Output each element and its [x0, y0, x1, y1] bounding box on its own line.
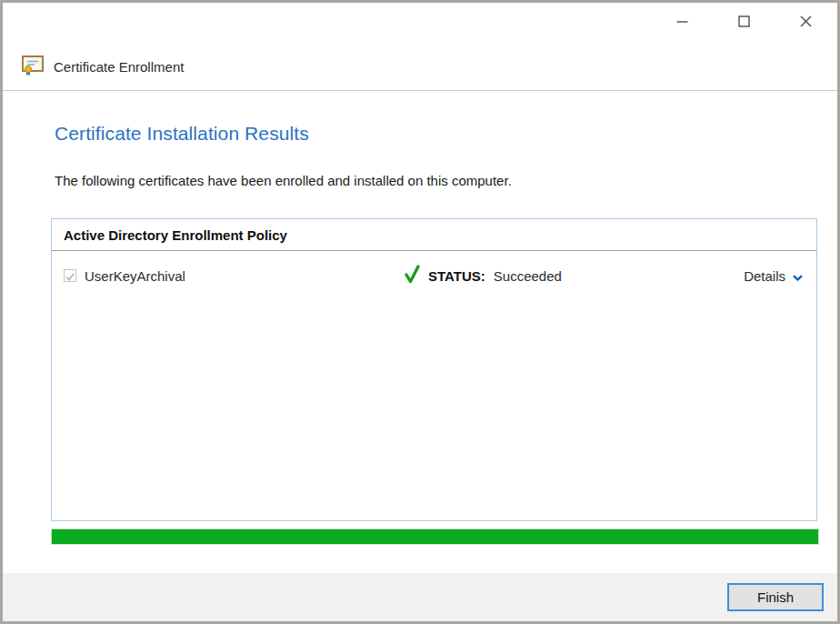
wizard-page: Certificate Installation Results The fol… — [3, 91, 837, 573]
details-label: Details — [744, 268, 785, 284]
details-toggle[interactable]: Details — [744, 268, 803, 284]
progress-bar — [51, 528, 819, 545]
certificate-checkbox[interactable] — [64, 269, 76, 282]
maximize-button[interactable] — [732, 11, 755, 35]
enrollment-policy-panel: Active Directory Enrollment Policy UserK… — [51, 218, 817, 521]
status-label: STATUS: — [428, 268, 485, 284]
panel-title: Active Directory Enrollment Policy — [52, 219, 816, 251]
certificate-enrollment-window: Certificate Enrollment Certificate Insta… — [0, 0, 840, 624]
chevron-down-icon — [793, 268, 803, 284]
certificate-row: UserKeyArchival STATUS: Succeeded Detail… — [52, 251, 816, 287]
status-value: Succeeded — [494, 268, 562, 284]
close-icon — [800, 15, 812, 30]
finish-button[interactable]: Finish — [727, 583, 824, 611]
certificate-name: UserKeyArchival — [85, 268, 405, 284]
minimize-button[interactable] — [670, 11, 694, 35]
app-header: Certificate Enrollment — [3, 43, 837, 91]
checkbox-check-icon — [65, 268, 75, 284]
success-check-icon — [405, 265, 420, 287]
certificate-icon — [22, 55, 44, 79]
app-title: Certificate Enrollment — [54, 59, 184, 75]
status-cluster: STATUS: Succeeded — [405, 265, 562, 287]
page-description: The following certificates have been enr… — [55, 173, 815, 188]
minimize-icon — [676, 15, 688, 30]
progress-bar-fill — [52, 529, 818, 544]
page-title: Certificate Installation Results — [55, 123, 815, 145]
footer: Finish — [3, 573, 837, 621]
close-button[interactable] — [794, 11, 817, 35]
maximize-icon — [738, 15, 750, 30]
titlebar — [3, 3, 837, 43]
